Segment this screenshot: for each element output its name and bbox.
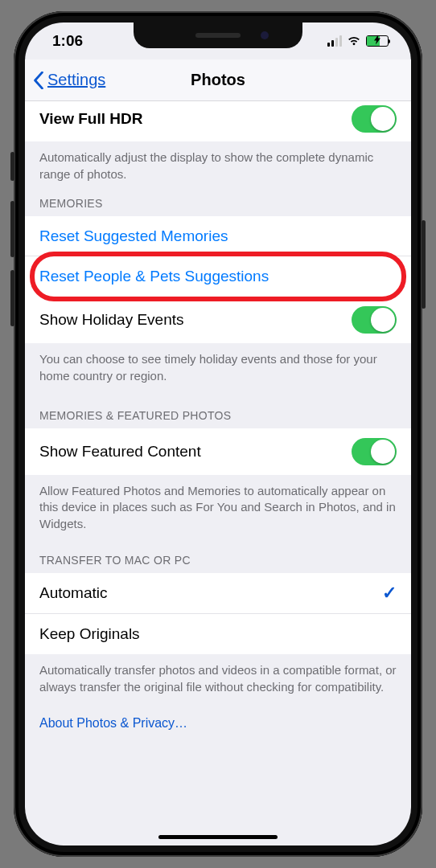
checkmark-icon: ✓: [382, 583, 397, 604]
wifi-icon: [347, 35, 361, 47]
navbar: Settings Photos: [25, 59, 411, 101]
chevron-left-icon: [33, 72, 44, 89]
earpiece-speaker: [195, 33, 241, 38]
highlight-annotation: Reset People & Pets Suggestions: [25, 256, 411, 297]
show-holiday-events-cell[interactable]: Show Holiday Events: [25, 297, 411, 343]
phone-frame: 1:06 Settings Photos: [14, 11, 422, 857]
side-button-power: [422, 220, 426, 309]
view-full-hdr-toggle[interactable]: [352, 105, 397, 133]
screen: 1:06 Settings Photos: [25, 23, 411, 845]
about-photos-privacy-link[interactable]: About Photos & Privacy…: [39, 716, 397, 731]
show-featured-content-label: Show Featured Content: [39, 443, 201, 461]
view-full-hdr-cell[interactable]: View Full HDR: [25, 101, 411, 141]
transfer-keep-originals-label: Keep Originals: [39, 625, 140, 643]
status-time: 1:06: [52, 32, 83, 50]
reset-people-pets-button[interactable]: Reset People & Pets Suggestions: [25, 256, 411, 297]
show-featured-content-cell[interactable]: Show Featured Content: [25, 428, 411, 475]
reset-people-pets-label: Reset People & Pets Suggestions: [39, 268, 269, 285]
side-button-volume-down: [10, 270, 14, 326]
front-camera: [261, 31, 269, 39]
page-title: Photos: [191, 71, 245, 89]
settings-content[interactable]: View Full HDR Automatically adjust the d…: [25, 101, 411, 845]
cellular-signal-icon: [327, 35, 342, 47]
show-holiday-events-label: Show Holiday Events: [39, 311, 184, 329]
transfer-keep-originals-cell[interactable]: Keep Originals: [25, 614, 411, 654]
featured-header: MEMORIES & FEATURED PHOTOS: [25, 385, 411, 428]
show-holiday-events-toggle[interactable]: [352, 306, 397, 334]
reset-suggested-memories-label: Reset Suggested Memories: [39, 227, 228, 245]
featured-footer: Allow Featured Photos and Memories to au…: [25, 475, 411, 533]
view-full-hdr-label: View Full HDR: [39, 110, 142, 128]
reset-suggested-memories-button[interactable]: Reset Suggested Memories: [25, 216, 411, 256]
battery-icon: [366, 35, 389, 47]
transfer-automatic-cell[interactable]: Automatic ✓: [25, 573, 411, 614]
transfer-header: TRANSFER TO MAC OR PC: [25, 533, 411, 573]
back-label: Settings: [47, 71, 105, 89]
hdr-footer: Automatically adjust the display to show…: [25, 141, 411, 182]
show-featured-content-toggle[interactable]: [352, 438, 397, 465]
notch: [134, 23, 302, 48]
about-photos-privacy-label: About Photos & Privacy…: [39, 716, 187, 731]
home-indicator[interactable]: [158, 835, 278, 839]
back-button[interactable]: Settings: [33, 59, 105, 100]
transfer-automatic-label: Automatic: [39, 584, 107, 602]
memories-header: MEMORIES: [25, 182, 411, 216]
memories-footer: You can choose to see timely holiday eve…: [25, 343, 411, 384]
side-button-silent: [10, 152, 14, 181]
transfer-footer: Automatically transfer photos and videos…: [25, 654, 411, 695]
charging-bolt-icon: [374, 35, 380, 47]
side-button-volume-up: [10, 201, 14, 257]
